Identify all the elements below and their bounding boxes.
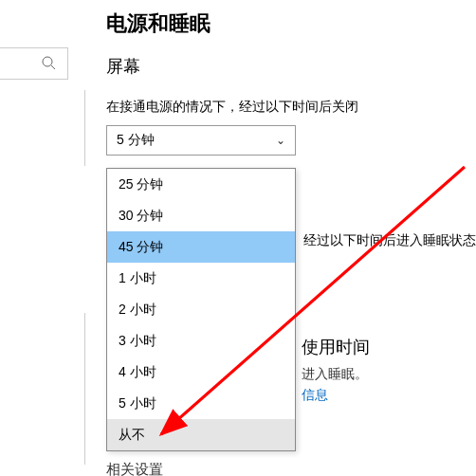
svg-line-1 [51, 65, 55, 69]
usage-info-link[interactable]: 信息 [302, 387, 328, 404]
divider [84, 313, 85, 465]
dropdown-option[interactable]: 1 小时 [107, 263, 295, 294]
usage-time-title: 使用时间 [302, 336, 370, 358]
dropdown-selected-value: 5 分钟 [117, 132, 155, 149]
dropdown-option[interactable]: 30 分钟 [107, 200, 295, 231]
page-title: 电源和睡眠 [106, 9, 471, 38]
dropdown-option[interactable]: 25 分钟 [107, 169, 295, 200]
dropdown-option[interactable]: 2 小时 [107, 294, 295, 325]
related-settings-title: 相关设置 [106, 461, 163, 476]
section-screen-title: 屏幕 [106, 55, 471, 78]
usage-time-text: 进入睡眠。 [302, 366, 368, 383]
search-icon [41, 55, 56, 73]
svg-point-0 [43, 57, 52, 66]
divider [84, 90, 85, 166]
sleep-label: 经过以下时间后进入睡眠状态 [303, 232, 476, 249]
sleep-dropdown-list[interactable]: 25 分钟30 分钟45 分钟1 小时2 小时3 小时4 小时5 小时从不 [106, 168, 296, 451]
dropdown-option[interactable]: 45 分钟 [107, 231, 295, 263]
chevron-down-icon: ⌄ [276, 134, 285, 147]
screen-off-label: 在接通电源的情况下，经过以下时间后关闭 [106, 99, 471, 116]
dropdown-option[interactable]: 3 小时 [107, 325, 295, 357]
screen-off-dropdown[interactable]: 5 分钟 ⌄ [106, 125, 296, 156]
dropdown-option[interactable]: 5 小时 [107, 388, 295, 419]
dropdown-option[interactable]: 4 小时 [107, 357, 295, 388]
search-input[interactable] [0, 47, 68, 80]
dropdown-option[interactable]: 从不 [107, 419, 295, 450]
